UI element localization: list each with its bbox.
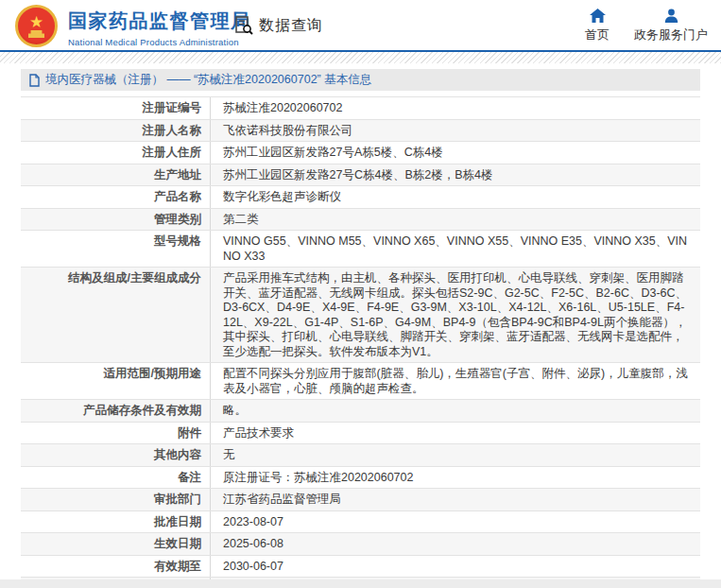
header-nav: 首页 政务服务门户 <box>585 9 708 43</box>
row-label-text: 注册证编号 <box>143 101 202 116</box>
table-row: 型号规格VINNO G55、VINNO M55、VINNO X65、VINNO … <box>21 231 700 268</box>
row-label-text: 型号规格 <box>154 234 201 250</box>
row-value: 数字化彩色超声诊断仪 <box>211 186 700 208</box>
row-value: 2030-06-07 <box>211 556 700 578</box>
document-icon <box>29 74 40 87</box>
row-label-text: 管理类别 <box>154 213 201 228</box>
row-value: 苏州工业园区新发路27号A栋5楼、C栋4楼 <box>211 142 700 164</box>
row-label-text: 注册人住所 <box>143 146 202 161</box>
row-label-text: 注册人名称 <box>143 124 202 139</box>
row-label-text: 结构及组成/主要组成成分 <box>68 271 201 286</box>
user-icon <box>664 9 678 23</box>
registration-table: 注册证编号苏械注准20202060702注册人名称飞依诺科技股份有限公司注册人住… <box>21 96 700 588</box>
row-label: 型号规格 <box>21 231 211 267</box>
row-label-text: 适用范围/预期用途 <box>104 367 201 382</box>
decorative-stripe-band <box>0 52 721 63</box>
row-label: 结构及组成/主要组成成分 <box>21 268 211 362</box>
data-query-label: 数据查询 <box>259 16 323 36</box>
row-label-text: 产品储存条件及有效期 <box>83 404 201 419</box>
row-value: 飞依诺科技股份有限公司 <box>211 120 700 142</box>
row-value: 产品采用推车式结构，由主机、各种探头、医用打印机、心电导联线、穿刺架、医用脚踏开… <box>211 268 700 362</box>
nav-home-label: 首页 <box>585 26 609 43</box>
site-title: 国家药品监督管理局 <box>68 9 251 34</box>
row-value: 2025-06-08 <box>211 533 700 555</box>
row-value: 原注册证号：苏械注准20202060702 <box>211 467 700 489</box>
row-value: 苏州工业园区新发路27号C栋4楼、B栋2楼，B栋4楼 <box>211 164 700 186</box>
row-label: 附件 <box>21 423 211 444</box>
table-row: 生产地址苏州工业园区新发路27号C栋4楼、B栋2楼，B栋4楼 <box>21 164 700 187</box>
home-icon <box>590 9 606 23</box>
row-value: 第二类 <box>211 209 700 231</box>
row-value: 江苏省药品监督管理局 <box>211 489 700 510</box>
breadcrumb: 境内医疗器械（注册） —— “苏械注准20202060702” 基本信息 <box>21 69 700 91</box>
row-value: 苏械注准20202060702 <box>211 97 700 119</box>
row-value: 略。 <box>211 400 700 422</box>
footer-strip <box>0 579 721 588</box>
row-label: 管理类别 <box>21 209 211 231</box>
row-label: 批准日期 <box>21 511 211 533</box>
row-label: 注册证编号 <box>21 97 211 119</box>
national-emblem-logo: ★ <box>15 5 58 47</box>
row-value: 2023-08-07 <box>211 511 700 533</box>
nav-home[interactable]: 首页 <box>585 9 609 43</box>
row-label: 产品名称 <box>21 186 211 208</box>
row-label-text: 生产地址 <box>154 168 201 183</box>
row-label-text: 审批部门 <box>154 493 201 508</box>
site-title-block: 国家药品监督管理局 National Medical Products Admi… <box>68 9 251 47</box>
table-row: 产品名称数字化彩色超声诊断仪 <box>21 186 700 209</box>
row-value: 产品技术要求 <box>211 423 700 444</box>
table-row: 生效日期2025-06-08 <box>21 533 700 556</box>
table-row: 备注原注册证号：苏械注准20202060702 <box>21 467 700 490</box>
breadcrumb-text: 境内医疗器械（注册） —— “苏械注准20202060702” 基本信息 <box>45 72 371 88</box>
table-row: 批准日期2023-08-07 <box>21 511 700 534</box>
nav-gov-portal-label: 政务服务门户 <box>634 26 708 43</box>
table-row: 其他内容无 <box>21 444 700 467</box>
row-label: 生产地址 <box>21 164 211 186</box>
row-label: 产品储存条件及有效期 <box>21 400 211 422</box>
document-search-icon <box>233 15 254 36</box>
table-row: 注册证编号苏械注准20202060702 <box>21 97 700 120</box>
row-label: 适用范围/预期用途 <box>21 363 211 399</box>
main-content: 境内医疗器械（注册） —— “苏械注准20202060702” 基本信息 注册证… <box>0 63 721 588</box>
table-row: 管理类别第二类 <box>21 209 700 232</box>
row-label: 生效日期 <box>21 533 211 555</box>
row-label: 备注 <box>21 467 211 489</box>
table-row: 注册人住所苏州工业园区新发路27号A栋5楼、C栋4楼 <box>21 142 700 164</box>
row-label: 注册人住所 <box>21 142 211 164</box>
table-row: 适用范围/预期用途配置不同探头分别应用于腹部(脏器、胎儿)，生殖器官(子宫、附件… <box>21 363 700 400</box>
row-label: 注册人名称 <box>21 120 211 142</box>
row-value: 配置不同探头分别应用于腹部(脏器、胎儿)，生殖器官(子宫、附件、泌尿)，儿童腹部… <box>211 363 700 399</box>
row-label-text: 生效日期 <box>154 537 201 552</box>
row-label-text: 批准日期 <box>154 515 201 530</box>
table-row: 附件产品技术要求 <box>21 423 700 445</box>
row-label-text: 有效期至 <box>154 560 201 575</box>
site-subtitle: National Medical Products Administration <box>68 37 251 47</box>
data-query-button[interactable]: 数据查询 <box>233 15 323 36</box>
nav-gov-portal[interactable]: 政务服务门户 <box>634 9 708 43</box>
row-value: VINNO G55、VINNO M55、VINNO X65、VINNO X55、… <box>211 231 700 267</box>
table-row: 结构及组成/主要组成成分产品采用推车式结构，由主机、各种探头、医用打印机、心电导… <box>21 268 700 363</box>
row-value: 无 <box>211 444 700 466</box>
row-label-text: 附件 <box>178 426 201 441</box>
table-row: 审批部门江苏省药品监督管理局 <box>21 489 700 511</box>
row-label: 有效期至 <box>21 556 211 578</box>
row-label-text: 备注 <box>178 471 201 486</box>
row-label: 其他内容 <box>21 444 211 466</box>
table-row: 产品储存条件及有效期略。 <box>21 400 700 423</box>
row-label-text: 产品名称 <box>154 190 201 205</box>
row-label: 审批部门 <box>21 489 211 510</box>
star-icon: ★ <box>29 14 43 30</box>
site-header: ★ 国家药品监督管理局 National Medical Products Ad… <box>0 0 721 52</box>
table-row: 注册人名称飞依诺科技股份有限公司 <box>21 120 700 143</box>
table-row: 有效期至2030-06-07 <box>21 556 700 579</box>
row-label-text: 其他内容 <box>154 448 201 463</box>
